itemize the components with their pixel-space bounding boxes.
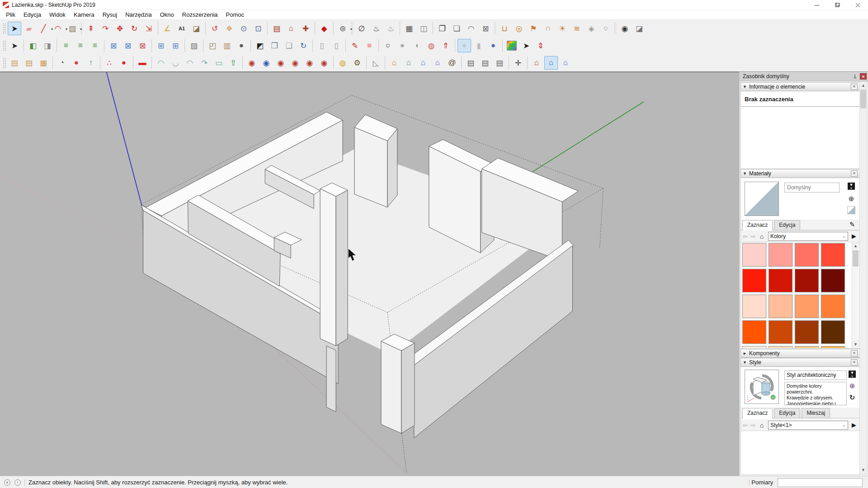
scroll-up-icon[interactable]: ▲ xyxy=(860,82,867,89)
send-to-layout-icon[interactable]: ▤ xyxy=(270,22,283,35)
tray-header[interactable]: Zasobnik domyślny T ✕ xyxy=(740,72,868,81)
sphere-proxy-icon[interactable]: ● xyxy=(396,39,409,52)
box-builder-1-icon[interactable]: ▤ xyxy=(8,56,21,70)
menu-rozszerzenia[interactable]: Rozszerzenia xyxy=(178,10,222,19)
push-pull-tool-icon[interactable]: ⇞ xyxy=(84,22,98,35)
extension-warehouse-icon[interactable]: ✚ xyxy=(299,22,312,35)
rectangle-tool-icon[interactable]: ▨▾ xyxy=(66,22,79,35)
move-tool-icon[interactable]: ✥ xyxy=(113,22,127,35)
color-swatch-r3c3[interactable] xyxy=(795,295,819,318)
point-marker-icon[interactable]: ● xyxy=(70,56,83,70)
select-tool-icon[interactable]: ➤ xyxy=(8,22,21,35)
ring-red-icon[interactable]: ◍ xyxy=(425,39,438,52)
text-tool-icon[interactable]: A1 xyxy=(175,22,189,35)
solid-inspector-fix-icon[interactable]: ⊠ xyxy=(121,39,135,52)
3d-warehouse-icon[interactable]: ⌂ xyxy=(284,22,298,35)
vray-render-icon[interactable]: ♨ xyxy=(369,22,383,35)
section-close-icon[interactable]: × xyxy=(851,359,858,366)
tab-edycja[interactable]: Edycja xyxy=(774,408,800,418)
color-swatch-r1c2[interactable] xyxy=(769,243,793,267)
component-highlight-icon[interactable]: ⌂ xyxy=(544,56,558,70)
round-corner-icon[interactable]: ◠ xyxy=(154,56,168,70)
vray-asset-editor-icon[interactable]: ∅ xyxy=(355,22,368,35)
tray-close-icon[interactable]: ✕ xyxy=(860,73,867,80)
secondary-pane-icon[interactable]: ▼+ xyxy=(848,183,855,190)
soap-skin-icon[interactable]: ◍ xyxy=(336,56,349,70)
section-close-icon[interactable]: × xyxy=(851,170,858,177)
swirl-tool-icon[interactable]: @ xyxy=(445,56,459,70)
close-button[interactable] xyxy=(848,0,868,10)
details-arrow-icon[interactable]: ▶ xyxy=(850,232,858,240)
orbit-tool-icon[interactable]: ↺ xyxy=(208,22,222,35)
color-swatch-r2c1[interactable] xyxy=(742,269,766,292)
collection-dropdown[interactable]: Kolory ⌄ xyxy=(768,232,848,241)
vray-sphere-light-icon[interactable]: ◎ xyxy=(512,22,526,35)
section-components[interactable]: ► Komponenty × xyxy=(741,349,860,358)
tray-scrollbar[interactable]: ▲ ▼ xyxy=(859,81,867,474)
solid-trim-icon[interactable]: ◉ xyxy=(274,56,288,70)
round-corner-bevel-icon[interactable]: ◠ xyxy=(183,56,197,70)
ruby-console-icon[interactable]: ◆ xyxy=(317,22,331,35)
color-swatch-r1c1[interactable] xyxy=(742,243,766,267)
collapse-arrow-icon[interactable]: ▼ xyxy=(743,360,749,365)
color-swatch-r2c3[interactable] xyxy=(795,269,819,292)
panel-left-icon[interactable]: ▯ xyxy=(315,39,329,52)
color-swatch-r2c4[interactable] xyxy=(821,269,845,292)
vray-rectangle-light-icon[interactable]: ⊔ xyxy=(498,22,511,35)
vray-clipper-icon[interactable]: ◪ xyxy=(632,22,646,35)
solid-intersect-icon[interactable]: ◉ xyxy=(288,56,302,70)
vray-viewport-render-icon[interactable]: ▦ xyxy=(402,22,416,35)
color-swatch-r1c4[interactable] xyxy=(821,243,845,267)
tab-mieszaj[interactable]: Mieszaj xyxy=(802,408,830,418)
home-icon[interactable]: ⌂ xyxy=(757,422,766,429)
explode-group-icon[interactable]: ◨ xyxy=(41,39,54,52)
vray-mesh-light-icon[interactable]: ◈ xyxy=(585,22,598,35)
select-tool-2-icon[interactable]: ➤ xyxy=(8,39,21,52)
vray-viewport-render-region-icon[interactable]: ◫ xyxy=(417,22,430,35)
eraser-tool-icon[interactable]: ▰ xyxy=(22,22,36,35)
tab-edycja[interactable]: Edycja xyxy=(774,220,800,230)
paste-material-icon[interactable]: ❏ xyxy=(282,39,296,52)
annotate-page-3-icon[interactable]: ▤ xyxy=(493,56,506,70)
collapse-arrow-icon[interactable]: ► xyxy=(743,351,749,356)
blob-tool-icon[interactable]: ● xyxy=(117,56,131,70)
create-material-icon[interactable]: ⊕ xyxy=(847,194,856,203)
vray-ies-light-icon[interactable]: ≋ xyxy=(570,22,584,35)
vray-spot-light-icon[interactable]: ⚑ xyxy=(527,22,540,35)
solid-inspector-icon[interactable]: ⊠ xyxy=(107,39,120,52)
slice-grid-icon[interactable]: ⊞ xyxy=(154,39,168,52)
color-swatch-r5c2[interactable] xyxy=(769,346,793,348)
vray-batch-render-icon[interactable]: ❏ xyxy=(450,22,463,35)
zoom-extents-tool-icon[interactable]: ⊡ xyxy=(251,22,265,35)
annotate-page-1-icon[interactable]: ▤ xyxy=(464,56,477,70)
style-dropdown[interactable]: Style<1> ⌄ xyxy=(768,421,848,430)
solid-union-icon[interactable]: ◉ xyxy=(245,56,259,70)
refresh-style-icon[interactable]: ↻ xyxy=(848,393,857,402)
solar-north-icon[interactable]: ✛ xyxy=(511,56,525,70)
toolbar-grip[interactable] xyxy=(2,40,6,52)
section-materials[interactable]: ▼ Materiały × xyxy=(741,169,860,178)
account-icon[interactable]: ⊚▾ xyxy=(336,22,349,35)
circle-proxy-icon[interactable]: ○ xyxy=(381,39,395,52)
rotate-tool-icon[interactable]: ↻ xyxy=(127,22,141,35)
color-swatch-r5c1[interactable] xyxy=(742,346,766,348)
component-up-icon[interactable]: ⌂ xyxy=(559,56,572,70)
extrude-lines-add-icon[interactable]: ≡ xyxy=(74,39,87,52)
credits-info-icon[interactable]: i xyxy=(14,479,21,486)
style-name-field[interactable]: Styl architektoniczny xyxy=(784,371,847,380)
secondary-pane-icon[interactable]: ▼+ xyxy=(849,371,856,378)
unfold-tool-icon[interactable]: ◰ xyxy=(206,39,219,52)
eyedropper-icon[interactable]: ✎ xyxy=(848,220,857,229)
tape-measure-tool-icon[interactable]: ∠ xyxy=(160,22,174,35)
round-corner-concave-icon[interactable]: ◡ xyxy=(169,56,182,70)
menu-narzędzia[interactable]: Narzędzia xyxy=(121,10,156,19)
curve-follow-icon[interactable]: ↷ xyxy=(198,56,211,70)
solid-outer-icon[interactable]: ◉ xyxy=(317,56,331,70)
details-arrow-icon[interactable]: ▶ xyxy=(850,421,858,429)
geolocation-icon[interactable]: ● xyxy=(4,479,10,486)
measurements-input[interactable] xyxy=(778,478,863,487)
solid-subtract-icon[interactable]: ◉ xyxy=(259,56,273,70)
menu-okno[interactable]: Okno xyxy=(156,10,178,19)
extrude-lines-subtract-icon[interactable]: ≡ xyxy=(88,39,102,52)
annotate-page-2-icon[interactable]: ▤ xyxy=(478,56,492,70)
